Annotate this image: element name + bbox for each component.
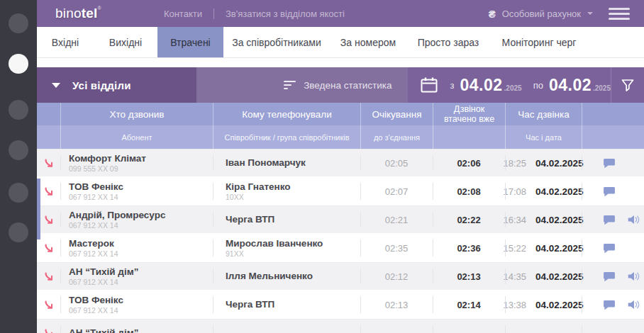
date-to-value[interactable]: 04.02	[549, 76, 592, 95]
call-time-cell: 16:34 04.02.2025	[505, 206, 582, 233]
callee-extension: 91XX	[226, 249, 360, 259]
callee-cell: Черга ВТП	[213, 290, 360, 319]
lost-time-ago: 02:13	[433, 263, 505, 290]
logo-bold: tel	[82, 6, 98, 21]
comment-icon[interactable]	[603, 271, 616, 282]
date-from-preposition: з	[450, 80, 455, 91]
subcol-caller: Абонент	[60, 125, 213, 149]
table-row[interactable]: ТОВ Фенікс 067 912 XX 14 Кіра Гнатенко 1…	[37, 177, 644, 205]
contacts-link[interactable]: Контакти	[164, 9, 202, 19]
tab-queue-monitoring[interactable]: Моніторинг черг	[490, 27, 588, 57]
table-row[interactable]: Мастерок 067 912 XX 14 Мирослав Іванченк…	[37, 234, 644, 262]
lost-time-ago: 02:06	[433, 149, 505, 176]
department-label: Усі відділи	[72, 79, 131, 91]
call-time: 18:25	[503, 158, 526, 169]
tab-incoming[interactable]: Вхідні	[37, 27, 94, 57]
row-actions	[582, 149, 644, 176]
comment-icon[interactable]	[603, 300, 616, 310]
audio-playback-icon[interactable]	[627, 299, 640, 310]
col-callee-header: Кому телефонували	[213, 103, 360, 125]
col-icon-header	[37, 103, 60, 125]
tab-by-number[interactable]: За номером	[330, 27, 406, 57]
comment-icon[interactable]	[603, 158, 616, 169]
summary-statistics-button[interactable]: Зведена статистика	[284, 79, 392, 91]
callee-name: Кіра Гнатенко	[226, 181, 360, 193]
col-waiting-header: Очікування	[360, 103, 433, 125]
table-row[interactable]: Комфорт Клімат 099 555 XX 09 Іван Понома…	[37, 149, 644, 177]
department-selector[interactable]: Усі відділи	[37, 67, 196, 103]
col-actions-header	[582, 103, 644, 125]
call-time-cell: 15:22 04.02.2025	[505, 234, 582, 262]
table-header: Хто дзвонив Кому телефонували Очікування…	[37, 103, 644, 125]
avatar-active[interactable]	[9, 54, 28, 74]
caller-cell: Комфорт Клімат 099 555 XX 09	[60, 149, 213, 176]
date-to-year: .2025	[593, 84, 611, 92]
tab-outgoing[interactable]: Вихідні	[94, 27, 157, 57]
tab-by-employees[interactable]: За співробітниками	[223, 27, 330, 57]
row-actions	[582, 234, 644, 262]
caller-number: 067 912 XX 14	[69, 249, 213, 259]
waiting-before-connect: 02:13	[360, 290, 433, 319]
comment-icon[interactable]	[603, 243, 616, 254]
audio-playback-icon[interactable]	[627, 271, 640, 282]
tabbar: Вхідні Вихідні Втрачені За співробітника…	[37, 27, 644, 57]
callee-cell: Черга ВТП	[213, 206, 360, 233]
tab-missed[interactable]: Втрачені	[157, 27, 223, 57]
call-time: 17:08	[503, 186, 526, 197]
comment-icon[interactable]	[603, 186, 616, 197]
call-date: 04.02.2025	[535, 243, 584, 254]
table-row[interactable]: Андрій, Промресурс 067 912 XX 14 Черга В…	[37, 205, 644, 234]
table-row[interactable]: АН “Тихій дім”	[37, 319, 644, 333]
call-type-cell	[37, 263, 60, 290]
waiting-before-connect: 02:05	[360, 149, 433, 176]
call-type-cell	[37, 320, 60, 333]
caller-cell: Мастерок 067 912 XX 14	[60, 234, 213, 262]
callee-name: Черга ВТП	[226, 299, 360, 310]
row-actions	[582, 263, 644, 290]
callee-extension: 10XX	[226, 193, 360, 202]
date-from-value[interactable]: 04.02	[460, 76, 503, 95]
lost-time-ago: 02:08	[433, 177, 505, 205]
col-lost-header: Дзвінок втачено вже	[433, 103, 505, 125]
avatar[interactable]	[9, 140, 28, 160]
registered-mark: ®	[98, 6, 101, 11]
call-date: 04.02.2025	[535, 158, 584, 169]
avatar[interactable]	[9, 183, 28, 203]
calendar-icon[interactable]	[420, 77, 438, 94]
table-row[interactable]: ТОВ Фенікс 067 912 XX 14 Черга ВТП 02:13…	[37, 290, 644, 319]
call-time-cell: 18:25 04.02.2025	[505, 149, 582, 176]
table-row[interactable]: АН “Тихій дім” 067 912 XX 14 Ілля Мельни…	[37, 262, 644, 290]
call-date: 04.02.2025	[535, 300, 584, 310]
lost-time-ago: 02:36	[433, 234, 505, 262]
caret-down-icon	[52, 83, 60, 88]
summary-segment: Зведена статистика	[196, 67, 408, 103]
topbar-links: Контакти Зв'язатися з відділом якості	[164, 9, 345, 19]
callee-name: Ілля Мельниченко	[226, 271, 360, 282]
missed-call-icon	[43, 157, 55, 169]
personal-account-menu[interactable]: ₴ Особовий рахунок	[489, 8, 593, 20]
comment-icon[interactable]	[603, 215, 616, 225]
call-type-cell	[37, 290, 60, 319]
call-type-cell	[37, 149, 60, 176]
missed-call-icon	[43, 299, 55, 310]
lost-time-ago: 02:14	[433, 290, 505, 319]
quality-department-link[interactable]: Зв'язатися з відділом якості	[226, 9, 345, 19]
avatar[interactable]	[9, 13, 28, 33]
col-lost-header-line1: Дзвінок	[454, 104, 484, 114]
avatar[interactable]	[9, 222, 28, 242]
call-date: 04.02.2025	[535, 186, 584, 197]
main-area: binotel® Контакти Зв'язатися з відділом …	[37, 0, 644, 333]
call-time: 14:35	[503, 271, 526, 282]
callee-name: Мирослав Іванченко	[226, 238, 360, 249]
filter-icon[interactable]	[621, 78, 635, 93]
tab-right-now[interactable]: Просто зараз	[406, 27, 490, 57]
audio-playback-icon[interactable]	[627, 214, 640, 225]
avatar[interactable]	[9, 100, 28, 120]
scrollbar-thumb[interactable]	[37, 179, 40, 239]
lost-time-ago: 02:22	[433, 206, 505, 233]
menu-icon[interactable]	[609, 5, 630, 23]
call-time-cell	[505, 320, 582, 333]
binotel-logo[interactable]: binotel®	[55, 6, 101, 21]
tabbar-gap	[37, 57, 644, 67]
callee-name: Черга ВТП	[226, 214, 360, 225]
